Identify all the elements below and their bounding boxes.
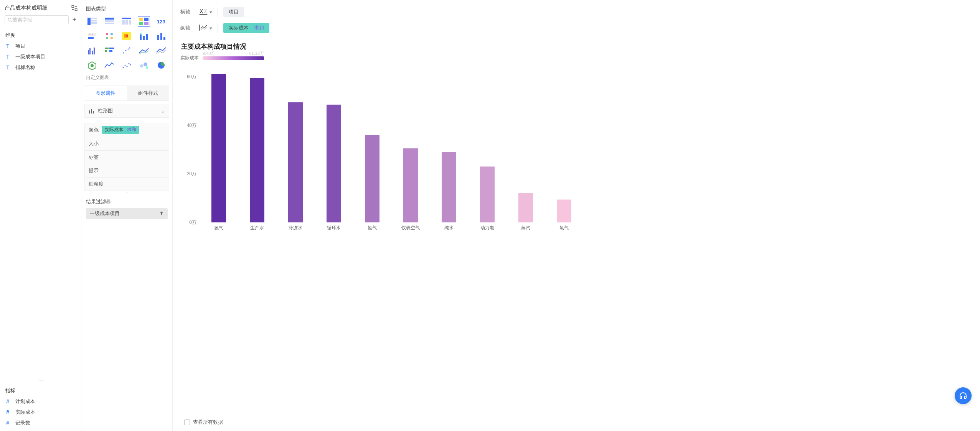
- property-tabs: 图形属性 组件样式: [84, 86, 169, 101]
- metric-item[interactable]: #实际成本: [6, 409, 78, 416]
- chart-type-bubble-list[interactable]: [103, 31, 115, 41]
- y-axis-field-chip[interactable]: 实际成本 求和: [223, 23, 269, 33]
- chart-type-scatter[interactable]: [120, 45, 133, 56]
- chart-type-multi-bar[interactable]: [86, 45, 98, 56]
- svg-point-2: [8, 18, 11, 21]
- metric-item[interactable]: #计划成本: [6, 398, 78, 405]
- y-axis-icon[interactable]: [199, 24, 208, 33]
- chart-type-cross-table[interactable]: [103, 16, 115, 27]
- search-input[interactable]: [12, 17, 66, 23]
- svg-rect-6: [91, 22, 97, 24]
- svg-point-53: [129, 63, 130, 64]
- chart-type-dots[interactable]: [120, 60, 133, 71]
- view-all-checkbox[interactable]: [184, 419, 190, 425]
- svg-text:氢气: 氢气: [368, 225, 377, 230]
- svg-text:生产水: 生产水: [250, 225, 264, 230]
- svg-point-22: [106, 33, 108, 35]
- text-type-icon: T: [6, 43, 12, 49]
- search-field-box[interactable]: [5, 15, 69, 24]
- chart-type-bubble[interactable]: [138, 60, 150, 71]
- chart-type-kpi[interactable]: 123: [155, 16, 167, 27]
- svg-rect-5: [91, 20, 97, 21]
- svg-point-55: [140, 64, 143, 67]
- svg-rect-39: [94, 48, 95, 54]
- svg-text:40万: 40万: [187, 123, 196, 128]
- dimension-item[interactable]: T指标名称: [6, 64, 78, 71]
- chart-type-color-table[interactable]: [138, 16, 150, 27]
- svg-text:123: 123: [157, 19, 165, 25]
- svg-rect-84: [557, 199, 571, 222]
- svg-text:氯气: 氯气: [559, 225, 569, 230]
- svg-rect-16: [139, 22, 143, 25]
- x-axis-icon[interactable]: [199, 8, 208, 16]
- chart-type-detail-table[interactable]: [120, 16, 133, 27]
- chart-type-line[interactable]: [103, 60, 115, 71]
- chart-kind-select[interactable]: 柱形图 ⌄: [84, 104, 169, 118]
- panel-resize-handle[interactable]: ┄┄: [5, 379, 78, 383]
- chevron-down-icon[interactable]: ▾: [210, 25, 212, 31]
- property-granularity[interactable]: 细粒度: [84, 178, 169, 191]
- svg-rect-43: [109, 50, 112, 52]
- svg-point-23: [111, 33, 113, 35]
- svg-rect-13: [129, 20, 131, 25]
- main-canvas: 横轴 ▾ 项目 纵轴 ▾ 实际成本 求和 主要成本构成项目情况 实际成本 9.4…: [173, 0, 980, 431]
- svg-rect-11: [122, 20, 125, 25]
- svg-point-52: [127, 66, 128, 67]
- tab-component-style[interactable]: 组件样式: [127, 86, 170, 100]
- svg-point-56: [144, 63, 147, 66]
- row-resize-handle[interactable]: ┄: [84, 191, 169, 194]
- svg-text:循环水: 循环水: [327, 225, 341, 230]
- svg-rect-20: [88, 37, 94, 39]
- chart-type-heatmap[interactable]: [120, 31, 133, 41]
- chart-type-pie[interactable]: [155, 60, 167, 71]
- color-field-pill[interactable]: 实际成本 求和: [102, 126, 139, 134]
- number-type-icon: #: [6, 398, 12, 405]
- dimension-item[interactable]: T项目: [6, 43, 78, 49]
- svg-point-57: [146, 66, 148, 69]
- svg-text:60万: 60万: [187, 74, 196, 79]
- text-type-icon: T: [6, 64, 12, 71]
- chart-type-diverging-bar[interactable]: [103, 45, 115, 56]
- dimensions-label: 维度: [5, 32, 78, 39]
- property-tooltip[interactable]: 提示: [84, 164, 169, 178]
- property-color[interactable]: 颜色 实际成本 求和: [84, 123, 169, 137]
- chart-types-label: 图表类型: [86, 5, 168, 12]
- svg-rect-4: [91, 18, 97, 19]
- funnel-icon: [159, 211, 164, 217]
- metric-item[interactable]: #记录数: [6, 419, 78, 426]
- chevron-down-icon[interactable]: ▾: [210, 9, 212, 15]
- chart-type-bar[interactable]: [155, 31, 167, 41]
- metrics-label: 指标: [5, 387, 78, 394]
- x-axis-field-chip[interactable]: 项目: [223, 7, 244, 17]
- svg-point-50: [123, 67, 124, 68]
- text-type-icon: T: [6, 54, 12, 60]
- view-all-data-row[interactable]: 查看所有数据: [180, 415, 972, 431]
- svg-rect-68: [250, 78, 264, 222]
- y-axis-config: 纵轴 ▾ 实际成本 求和: [180, 20, 972, 36]
- property-label[interactable]: 标签: [84, 151, 169, 164]
- legend-name: 实际成本: [180, 55, 199, 61]
- filter-chip[interactable]: 一级成本项目: [86, 208, 168, 219]
- dimensions-list: T项目 T一级成本项目 T指标名称: [5, 43, 78, 71]
- svg-text:776: 776: [89, 33, 93, 36]
- help-fab[interactable]: [955, 387, 972, 404]
- add-field-button[interactable]: +: [71, 16, 78, 24]
- chart-type-gauge[interactable]: 776: [86, 31, 98, 41]
- dataset-switch-icon[interactable]: [71, 5, 78, 12]
- chart-type-custom[interactable]: [86, 60, 98, 71]
- chart-type-range-line[interactable]: [155, 45, 167, 56]
- bar-chart-icon: [89, 108, 95, 114]
- svg-rect-29: [140, 35, 142, 40]
- property-size[interactable]: 大小: [84, 137, 169, 151]
- chart-type-group-table[interactable]: [86, 16, 98, 27]
- svg-rect-14: [139, 18, 143, 21]
- svg-rect-15: [144, 18, 148, 21]
- dimension-item[interactable]: T一级成本项目: [6, 53, 78, 60]
- chart-type-multi-line[interactable]: [138, 45, 150, 56]
- svg-rect-7: [105, 18, 114, 20]
- row-resize-handle[interactable]: ┄: [84, 119, 169, 123]
- svg-text:仪表空气: 仪表空气: [401, 225, 420, 230]
- tab-graphic-properties[interactable]: 图形属性: [84, 86, 127, 100]
- chart-type-stacked-bar[interactable]: [138, 31, 150, 41]
- svg-rect-33: [157, 35, 159, 40]
